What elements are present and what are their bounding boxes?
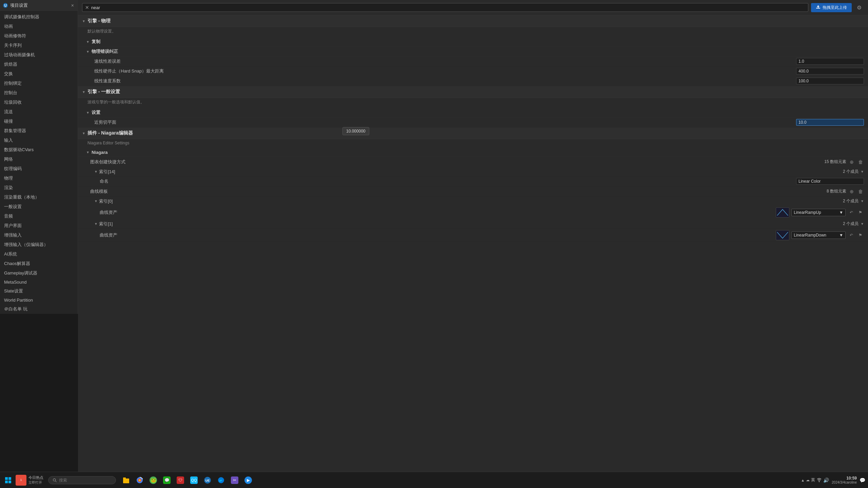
curve-index-1-row[interactable]: 索引[1] 2 个成员 ▼ <box>78 219 868 229</box>
sidebar-item-input[interactable]: 输入 <box>0 136 78 145</box>
volume-icon[interactable]: 🔊 <box>823 477 829 483</box>
notification-widget[interactable]: 1 <box>16 475 26 486</box>
curve-template-add-btn[interactable]: ⊕ <box>848 188 855 195</box>
sidebar-item-slate[interactable]: Slate设置 <box>0 286 78 296</box>
general-section-header[interactable]: 引擎 - 一般设置 <box>78 86 868 98</box>
sidebar-item-audio[interactable]: 音频 <box>0 211 78 221</box>
curve-1-revert-icon[interactable]: ↶ <box>848 231 855 239</box>
sidebar-item-streaming[interactable]: 流送 <box>0 107 78 117</box>
sidebar-item-render[interactable]: 渲染 <box>0 183 78 192</box>
physics-prop-value-1[interactable]: 400.0 <box>796 68 864 75</box>
curve-0-dropdown[interactable]: LinearRampUp ▼ <box>791 209 846 216</box>
physics-prop-value-2[interactable]: 100.0 <box>796 78 864 84</box>
cloud-icon[interactable]: ☁ <box>806 478 810 482</box>
search-input[interactable] <box>91 5 805 10</box>
sidebar-item-ai[interactable]: AI系统 <box>0 249 78 259</box>
sidebar-item-metasound[interactable]: MetaSound <box>0 278 78 286</box>
sidebar-item-debug-cam[interactable]: 调试摄像机控制器 <box>0 12 78 22</box>
curve-1-flag-icon[interactable]: ⚑ <box>856 231 864 239</box>
replication-subsection[interactable]: 复制 <box>78 37 868 47</box>
sidebar-item-chaos[interactable]: Chaos解算器 <box>0 259 78 268</box>
sidebar-item-anim-modifier[interactable]: 动画修饰符 <box>0 31 78 41</box>
name-value-14[interactable]: Linear Color <box>796 178 864 185</box>
sidebar-item-ui[interactable]: 用户界面 <box>0 221 78 230</box>
taskbar-video-cut[interactable]: ✂ <box>229 475 240 486</box>
curve-index-0-row[interactable]: 索引[0] 2 个成员 ▼ <box>78 197 868 206</box>
near-clip-value[interactable]: 10.0 <box>796 119 864 126</box>
taskbar-search[interactable] <box>48 476 116 484</box>
curve-0-expand-icon[interactable]: ▼ <box>861 199 864 203</box>
error-correction-subsection[interactable]: 物理错误纠正 <box>78 47 868 57</box>
sidebar-item-texture-enc[interactable]: 纹理编码 <box>0 164 78 174</box>
lang-switch[interactable]: 英 <box>811 477 815 483</box>
physics-section-header[interactable]: 引擎 - 物理 <box>78 15 868 27</box>
sidebar-item-render-override[interactable]: 渲染重载（本地） <box>0 192 78 202</box>
curve-0-flag-icon[interactable]: ⚑ <box>856 209 864 216</box>
search-input-wrap[interactable]: ✕ <box>82 3 808 12</box>
start-button[interactable] <box>3 475 14 486</box>
sidebar-item-data-cvars[interactable]: 数据驱动CVars <box>0 145 78 155</box>
sidebar-item-enhanced-input[interactable]: 增强输入 <box>0 230 78 240</box>
taskbar-frog-game[interactable]: 🐸 <box>148 475 159 486</box>
sidebar-item-general[interactable]: 一般设置 <box>0 202 78 211</box>
niagara-subsection[interactable]: Niagara <box>78 148 868 157</box>
chevron-up-icon[interactable]: ▲ <box>801 478 805 482</box>
wifi-icon[interactable] <box>816 477 822 483</box>
near-clip-row: 近剪切平面 10.0 <box>78 118 868 127</box>
taskbar-security[interactable]: 🛡 <box>175 475 186 486</box>
svg-text:U: U <box>4 4 6 7</box>
sidebar-item-level-seq[interactable]: 关卡序列 <box>0 41 78 50</box>
graph-shortcut-label: 图表创建快捷方式 <box>90 159 824 165</box>
curve-1-dropdown[interactable]: LinearRampDown ▼ <box>791 231 846 239</box>
taskbar-wechat[interactable]: 💬 <box>161 475 172 486</box>
taskbar-file-manager[interactable] <box>121 475 132 486</box>
physics-prop-1: 线性硬停止（Hard Snap）最大距离 400.0 <box>78 66 868 76</box>
sidebar-item-crowd-manager[interactable]: 群集管理器 <box>0 126 78 136</box>
taskbar-ue5[interactable]: UE <box>202 475 213 486</box>
sidebar-item-control-rig[interactable]: 控制绑定 <box>0 79 78 88</box>
sidebar-item-exchange[interactable]: 交换 <box>0 69 78 79</box>
niagara-plugin-header[interactable]: 插件 - Niagara编辑器 <box>78 127 868 139</box>
curve-1-dropdown-arrow-icon: ▼ <box>839 233 843 238</box>
notification-center-icon[interactable]: 💬 <box>860 477 865 483</box>
taskbar-browser[interactable] <box>134 475 145 486</box>
sidebar-item-physics[interactable]: 物理 <box>0 174 78 183</box>
taskbar-edge[interactable] <box>216 475 226 486</box>
file-manager-icon <box>122 476 130 484</box>
physics-prop-value-0[interactable]: 1.0 <box>796 58 864 65</box>
niagara-plugin-desc: Niagara Editor Settings <box>78 139 868 148</box>
search-clear-icon[interactable]: ✕ <box>85 5 89 10</box>
curve-1-expand-icon[interactable]: ▼ <box>861 222 864 226</box>
taskbar-media[interactable]: ▶ <box>243 475 254 486</box>
sidebar-item-gc[interactable]: 垃圾回收 <box>0 98 78 107</box>
edge-icon <box>217 476 225 484</box>
curve-template-remove-btn[interactable]: 🗑 <box>857 188 864 195</box>
taskbar-qq[interactable]: QQ <box>189 475 199 486</box>
sidebar-item-world-partition[interactable]: World Partition <box>0 296 78 304</box>
sidebar-item-baker[interactable]: 烘焙器 <box>0 60 78 69</box>
sidebar-item-whitelist[interactable]: ＠白名单 玩 <box>0 304 78 314</box>
taskbar-search-input[interactable] <box>59 478 112 483</box>
index-14-expand-icon[interactable]: ▼ <box>861 170 864 174</box>
curve-1-label: 索引[1] <box>99 221 843 227</box>
sidebar-item-cinematic-cam[interactable]: 过场动画摄像机 <box>0 50 78 60</box>
sidebar-item-animation[interactable]: 动画 <box>0 22 78 31</box>
app-notification[interactable]: 今日热点 立即打开 <box>28 475 43 485</box>
sidebar-item-gameplay-debugger[interactable]: Gameplay调试器 <box>0 268 78 278</box>
index-14-info: 2 个成员 ▼ <box>843 169 864 175</box>
upload-button[interactable]: 拖拽至此上传 <box>811 3 852 12</box>
graph-shortcut-remove-btn[interactable]: 🗑 <box>857 159 864 165</box>
sidebar-item-network[interactable]: 网络 <box>0 155 78 164</box>
sidebar-item-collision[interactable]: 碰撞 <box>0 117 78 126</box>
curve-0-revert-icon[interactable]: ↶ <box>848 209 855 216</box>
index-14-row[interactable]: 索引[14] 2 个成员 ▼ <box>78 167 868 177</box>
close-button[interactable]: × <box>70 2 75 9</box>
graph-shortcut-add-btn[interactable]: ⊕ <box>848 159 855 165</box>
settings-icon[interactable]: ⚙ <box>854 3 864 12</box>
general-settings-subsection[interactable]: 设置 <box>78 108 868 118</box>
sidebar-item-enhanced-input-editor[interactable]: 增强输入（仅编辑器） <box>0 240 78 249</box>
svg-rect-9 <box>5 481 8 483</box>
taskbar-time-display[interactable]: 10:59 2024/3/4caroline <box>832 476 857 484</box>
sidebar-item-console[interactable]: 控制台 <box>0 88 78 98</box>
physics-arrow-icon <box>82 19 85 23</box>
